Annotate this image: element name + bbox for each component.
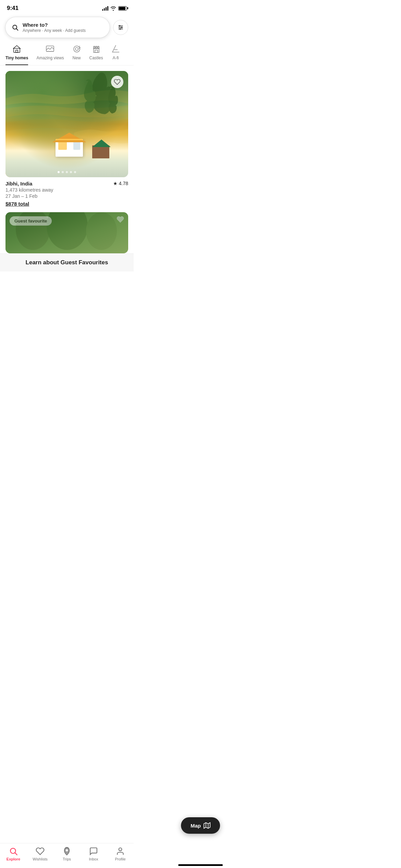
- listing-card[interactable]: Jibhi, India ★ 4.78 1,473 kilometres awa…: [0, 65, 134, 212]
- search-icon: [12, 24, 19, 31]
- dot-4: [70, 171, 72, 173]
- dot-1: [58, 171, 60, 173]
- tab-a-frames-label: A-fi: [113, 56, 119, 60]
- search-text: Where to? Anywhere · Any week · Add gues…: [23, 22, 86, 33]
- listing-dates: 27 Jan – 1 Feb: [5, 193, 128, 199]
- tab-amazing-views-label: Amazing views: [36, 56, 64, 60]
- svg-point-5: [119, 25, 120, 26]
- listing-header: Jibhi, India ★ 4.78: [5, 181, 128, 186]
- listing-info: Jibhi, India ★ 4.78 1,473 kilometres awa…: [5, 177, 128, 212]
- listing-price: $878 total: [5, 201, 128, 207]
- tab-tiny-homes-label: Tiny homes: [5, 56, 28, 60]
- svg-line-13: [79, 46, 80, 47]
- listing-price-value: $878 total: [5, 201, 29, 207]
- svg-line-1: [16, 29, 18, 31]
- guest-fav-banner[interactable]: Learn about Guest Favourites: [0, 253, 134, 272]
- svg-rect-19: [98, 47, 99, 49]
- new-icon: [72, 45, 81, 53]
- listing-image: [5, 71, 128, 177]
- a-frames-icon: [111, 45, 120, 53]
- filter-button[interactable]: [113, 20, 128, 35]
- tab-new[interactable]: New: [72, 42, 81, 65]
- search-sub-label: Anywhere · Any week · Add guests: [23, 28, 86, 33]
- second-listing-card[interactable]: Guest favourite: [5, 212, 128, 253]
- tab-new-label: New: [72, 56, 81, 60]
- status-bar: 9:41: [0, 0, 134, 14]
- listing-location: Jibhi, India: [5, 181, 32, 186]
- status-time: 9:41: [7, 5, 19, 12]
- svg-line-14: [80, 47, 81, 48]
- signal-icon: [102, 6, 108, 11]
- star-icon: ★: [113, 181, 118, 186]
- listing-distance: 1,473 kilometres away: [5, 187, 128, 193]
- svg-point-31: [86, 212, 117, 250]
- category-tabs: Tiny homes Amazing views New: [0, 42, 134, 65]
- listing-rating: ★ 4.78: [113, 181, 128, 186]
- tab-castles-label: Castles: [89, 56, 103, 60]
- dot-3: [66, 171, 68, 173]
- svg-rect-9: [16, 50, 18, 52]
- image-dots: [58, 171, 76, 173]
- search-main-label: Where to?: [23, 22, 86, 28]
- svg-rect-18: [96, 47, 97, 49]
- rating-value: 4.78: [119, 181, 128, 186]
- search-bar[interactable]: Where to? Anywhere · Any week · Add gues…: [5, 17, 110, 38]
- dot-2: [62, 171, 64, 173]
- tab-a-frames[interactable]: A-fi: [111, 42, 120, 65]
- svg-rect-17: [94, 47, 95, 49]
- tiny-homes-icon: [12, 45, 21, 53]
- tab-castles[interactable]: Castles: [89, 42, 103, 65]
- status-icons: [102, 6, 127, 11]
- svg-rect-20: [95, 50, 98, 52]
- guest-fav-text: Learn about Guest Favourites: [26, 259, 108, 266]
- tab-amazing-views[interactable]: Amazing views: [36, 42, 64, 65]
- search-container: Where to? Anywhere · Any week · Add gues…: [0, 14, 134, 42]
- svg-rect-8: [14, 48, 20, 52]
- wishlist-button[interactable]: [111, 76, 123, 88]
- tab-tiny-homes[interactable]: Tiny homes: [5, 42, 28, 65]
- amazing-views-icon: [46, 45, 54, 53]
- svg-point-7: [120, 28, 121, 29]
- svg-point-6: [121, 27, 122, 28]
- battery-icon: [118, 6, 127, 11]
- wifi-icon: [110, 6, 116, 11]
- castles-icon: [92, 45, 101, 53]
- dot-5: [74, 171, 76, 173]
